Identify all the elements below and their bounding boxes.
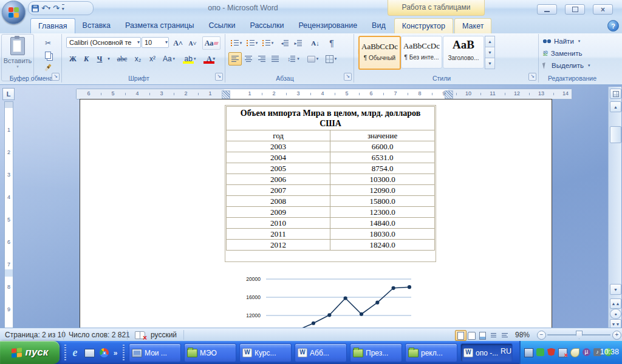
document-page[interactable]: Объем импорта Мира в целом, млрд. доллар…	[80, 99, 552, 328]
internet-explorer-icon[interactable]: e	[69, 347, 81, 359]
web-layout-view-button[interactable]	[477, 330, 488, 341]
table-cell[interactable]: 2011	[227, 229, 330, 240]
zoom-out-button[interactable]: −	[537, 331, 546, 340]
taskbar-button[interactable]: WКурс...	[239, 343, 292, 362]
tab-Вид[interactable]: Вид	[364, 18, 393, 33]
table-cell[interactable]: 8754.0	[330, 163, 435, 174]
keyboard-language-indicator[interactable]: RU	[501, 347, 511, 356]
scroll-down-button[interactable]: ▼	[610, 284, 621, 295]
start-button[interactable]: пуск	[0, 341, 60, 364]
font-size-combo[interactable]: 10▾	[142, 37, 169, 48]
zoom-level[interactable]: 98%	[515, 331, 530, 339]
align-right-button[interactable]	[255, 52, 268, 66]
clipboard-dialog-launcher[interactable]: ↘	[52, 73, 60, 81]
vertical-scrollbar[interactable]: ▲ ▼ ▲▲ ● ▼▼	[608, 87, 621, 328]
table-cell[interactable]: 2004	[227, 152, 330, 163]
font-size-dropdown-icon[interactable]: ▾	[165, 39, 168, 45]
chrome-icon[interactable]	[98, 347, 110, 359]
table-title-cell[interactable]: Объем импорта Мира в целом, млрд. доллар…	[227, 107, 435, 130]
taskbar-button[interactable]: рекл...	[405, 343, 457, 362]
undo-dropdown-icon[interactable]: ▾	[48, 4, 50, 12]
network-activity-icon[interactable]	[524, 348, 533, 357]
italic-button[interactable]: К	[80, 52, 93, 66]
language-indicator[interactable]: русский	[151, 331, 177, 339]
previous-page-button[interactable]: ▲▲	[610, 298, 621, 309]
font-name-combo[interactable]: Calibri (Основной те▾	[66, 37, 141, 48]
font-dialog-launcher[interactable]: ↘	[215, 73, 223, 81]
grow-font-button[interactable]: А˄	[171, 36, 185, 50]
utorrent-icon[interactable]	[583, 348, 590, 356]
tab-Конструктор[interactable]: Конструктор	[394, 18, 453, 33]
decrease-indent-button[interactable]: ◂	[278, 36, 292, 50]
change-case-button[interactable]: Aa▾	[160, 52, 178, 66]
underline-dropdown[interactable]: ▾	[105, 52, 112, 66]
table-cell[interactable]: 2012	[227, 240, 330, 251]
tab-Разметка страницы[interactable]: Разметка страницы	[118, 18, 201, 33]
tab-Рассылки[interactable]: Рассылки	[242, 18, 291, 33]
copy-button[interactable]	[40, 50, 56, 61]
taskbar-button[interactable]: Мои ...	[129, 343, 181, 362]
tab-Вставка[interactable]: Вставка	[75, 18, 118, 33]
align-left-button[interactable]	[228, 52, 242, 66]
spellcheck-status-icon[interactable]	[135, 331, 145, 339]
clock[interactable]: 10:38	[600, 348, 619, 356]
show-marks-button[interactable]: ¶	[324, 36, 339, 50]
zoom-in-button[interactable]: +	[612, 331, 621, 340]
increase-indent-button[interactable]: ▸	[292, 36, 305, 50]
scroll-up-button[interactable]: ▲	[610, 101, 621, 112]
justify-button[interactable]	[268, 52, 282, 66]
table-cell[interactable]: 15800.0	[330, 196, 435, 207]
ruler-toggle-button[interactable]	[610, 89, 621, 99]
scrollbar-thumb[interactable]	[610, 126, 621, 143]
table-cell[interactable]: 14840.0	[330, 218, 435, 229]
show-desktop-icon[interactable]	[84, 347, 95, 359]
next-page-button[interactable]: ▼▼	[610, 319, 621, 328]
customize-qat-button[interactable]: ▾	[62, 4, 64, 13]
usb-device-icon[interactable]	[536, 348, 544, 356]
font-color-button[interactable]: А▾	[201, 52, 220, 66]
paragraph-dialog-launcher[interactable]: ↘	[344, 73, 352, 81]
shrink-font-button[interactable]: А˅	[185, 36, 200, 50]
style-card-heading[interactable]: AaB Заголово...	[443, 36, 484, 69]
table-column-marker-icon[interactable]	[222, 90, 230, 99]
borders-button[interactable]: ▾	[322, 52, 340, 66]
style-card-normal[interactable]: AaBbCcDc ¶ Обычный	[358, 36, 401, 70]
document-chart[interactable]: 200001600012000	[241, 277, 417, 328]
table-cell[interactable]: 12090.0	[330, 185, 435, 196]
table-cell[interactable]: 2008	[227, 196, 330, 207]
table-cell[interactable]: 2005	[227, 163, 330, 174]
save-button[interactable]	[32, 4, 39, 13]
minimize-button[interactable]	[537, 4, 557, 15]
fullscreen-reading-view-button[interactable]	[466, 330, 477, 341]
tab-Главная[interactable]: Главная	[30, 18, 75, 33]
vertical-ruler[interactable]: 123456789	[4, 101, 13, 328]
quick-launch-overflow-chevron[interactable]: »	[112, 347, 119, 359]
table-row-marker[interactable]	[5, 269, 13, 277]
table-cell[interactable]: 18240.0	[330, 240, 435, 251]
security-alert-icon[interactable]	[547, 348, 555, 356]
style-card-no-spacing[interactable]: AaBbCcDc ¶ Без инте...	[401, 36, 442, 69]
align-center-button[interactable]	[242, 52, 255, 66]
print-layout-view-button[interactable]	[455, 330, 466, 341]
line-spacing-button[interactable]: ↕▾	[284, 52, 302, 66]
sort-button[interactable]: А↓	[307, 36, 323, 50]
table-cell[interactable]: 2010	[227, 218, 330, 229]
replace-button[interactable]: abac Заменить	[543, 50, 582, 57]
table-cell[interactable]: 6531.0	[330, 152, 435, 163]
shading-button[interactable]: ▾	[304, 52, 322, 66]
bold-button[interactable]: Ж	[66, 52, 80, 66]
table-cell[interactable]: 12300.0	[330, 207, 435, 218]
styles-dialog-launcher[interactable]: ↘	[528, 73, 536, 81]
table-cell[interactable]: 2006	[227, 174, 330, 185]
styles-scroll-down[interactable]: ▼	[485, 47, 495, 58]
taskbar-button[interactable]: През...	[350, 343, 402, 362]
horizontal-ruler[interactable]: 6543211234567891011121314	[76, 89, 572, 99]
tab-stop-selector[interactable]: L	[2, 88, 15, 100]
strikethrough-button[interactable]: abc	[114, 52, 131, 66]
select-browse-object-button[interactable]: ●	[610, 309, 621, 319]
messenger-icon[interactable]	[570, 348, 579, 357]
help-button[interactable]: ?	[607, 20, 619, 32]
taskbar-button[interactable]: WАбб...	[295, 343, 347, 362]
taskbar-button[interactable]: МЭО	[184, 343, 236, 362]
word-count[interactable]: Число слов: 2 821	[69, 331, 130, 339]
